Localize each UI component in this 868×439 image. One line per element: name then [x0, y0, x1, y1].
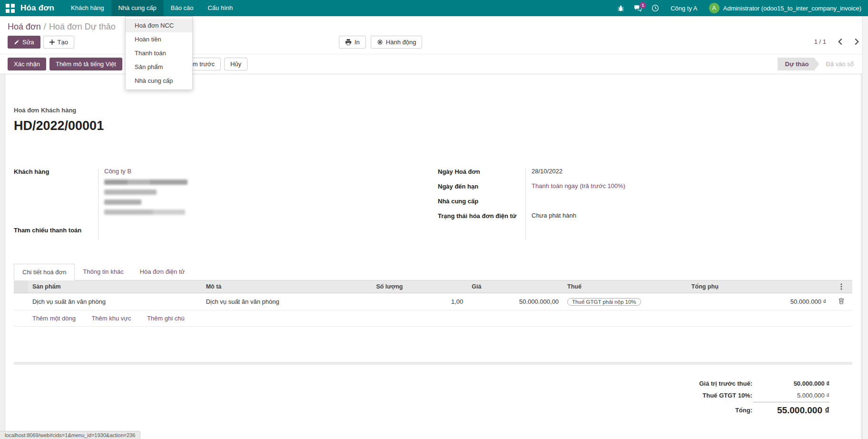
- dropdown-item-nha-cung-cap[interactable]: Nhà cung cấp: [126, 74, 192, 88]
- menu-bao-cao[interactable]: Báo cáo: [164, 0, 201, 16]
- invoice-number: HD/2022/00001: [14, 119, 852, 133]
- pencil-icon: [14, 40, 20, 45]
- row-drag-handle[interactable]: [14, 293, 28, 310]
- tax-total-row: Thuế GTGT 10%: 5.000.000 ₫: [692, 390, 829, 401]
- debug-bug-icon[interactable]: [617, 5, 624, 12]
- field-customer: Khách hàng Công ty B: [14, 168, 433, 219]
- handle-column-header: [14, 280, 28, 293]
- add-note-link[interactable]: Thêm ghi chú: [147, 315, 185, 322]
- message-count-badge: 1: [640, 2, 646, 9]
- grand-total-value: 55.000.000 ₫: [753, 402, 829, 418]
- top-navbar: Hóa đơn Khách hàng Nhà cung cấp Báo cáo …: [0, 0, 868, 16]
- activities-clock-icon[interactable]: [651, 4, 659, 12]
- edit-button[interactable]: Sửa: [8, 36, 40, 49]
- print-button[interactable]: In: [339, 36, 366, 49]
- menu-cau-hinh[interactable]: Cấu hình: [200, 0, 240, 16]
- dropdown-item-thanh-toan[interactable]: Thanh toán: [126, 46, 192, 60]
- menu-nha-cung-cap[interactable]: Nhà cung cấp: [111, 0, 164, 16]
- cell-price: 50.000.000,00: [467, 293, 563, 310]
- untaxed-total-row: Giá trị trước thuế: 50.000.000 ₫: [692, 378, 829, 389]
- app-brand-title[interactable]: Hóa đơn: [20, 3, 54, 13]
- pager-next-icon[interactable]: [854, 38, 859, 45]
- dropdown-item-san-pham[interactable]: Sản phẩm: [126, 60, 192, 74]
- payment-reference-value[interactable]: [98, 226, 433, 234]
- apps-grid-icon[interactable]: [6, 4, 15, 13]
- notebook-tabs: Chi tiết hoá đơn Thông tin khác Hóa đơn …: [14, 264, 852, 280]
- col-subtotal: Tổng phụ: [687, 280, 830, 293]
- field-vendor: Nhà cung cấp: [438, 197, 852, 205]
- statusbar-states: Dự thảo Đã vào sổ: [778, 58, 860, 70]
- systray: 1 Công ty A A Administrator (odoo15_to_i…: [617, 3, 861, 13]
- invoice-sheet: Hoá đơn Khách hàng HD/2022/00001 Khách h…: [5, 74, 861, 439]
- create-button[interactable]: Tạo: [43, 36, 74, 49]
- table-header-row: Sản phẩm Mô tả Số lượng Giá Thuế Tổng ph…: [14, 280, 852, 293]
- gear-icon: [377, 39, 383, 45]
- pager-value[interactable]: 1 / 1: [814, 38, 826, 45]
- printer-icon: [345, 39, 352, 45]
- cell-product: Dịch vụ suất ăn văn phòng: [28, 293, 202, 310]
- cell-description: Dịch vụ suất ăn văn phòng: [202, 293, 372, 310]
- cancel-button[interactable]: Hủy: [224, 58, 247, 70]
- grand-total-row: Tổng: 55.000.000 ₫: [692, 402, 829, 418]
- field-invoice-date: Ngày Hoá đơn 28/10/2022: [438, 168, 852, 175]
- totals-table: Giá trị trước thuế: 50.000.000 ₫ Thuế GT…: [691, 377, 830, 419]
- dropdown-item-hoan-tien[interactable]: Hoàn tiền: [126, 32, 192, 46]
- add-line-link[interactable]: Thêm một dòng: [32, 315, 76, 322]
- cell-quantity: 1,00: [372, 293, 467, 310]
- add-vi-description-button[interactable]: Thêm mô tả tiếng Việt: [49, 58, 122, 70]
- table-footer-links-row: Thêm một dòng Thêm khu vực Thêm ghi chú: [14, 310, 852, 327]
- vertical-scrollbar[interactable]: [862, 16, 868, 439]
- field-einvoice-status: Trạng thái hóa đơn điện tử Chưa phát hàn…: [438, 212, 852, 220]
- breadcrumb-current: Hoá đơn Dự thảo: [49, 22, 116, 31]
- tab-invoice-lines[interactable]: Chi tiết hoá đơn: [14, 264, 75, 280]
- col-description: Mô tả: [202, 280, 372, 293]
- invoice-date-value: 28/10/2022: [525, 168, 852, 175]
- tab-einvoice[interactable]: Hóa đơn điện tử: [132, 264, 193, 280]
- invoice-lines-table: Sản phẩm Mô tả Số lượng Giá Thuế Tổng ph…: [14, 280, 852, 327]
- field-due-date: Ngày đến hạn Thanh toán ngay (trả trước …: [438, 182, 852, 190]
- vendor-value[interactable]: [525, 197, 852, 205]
- action-button[interactable]: Hành động: [371, 36, 423, 49]
- customer-address-redacted: [104, 180, 433, 215]
- tax-total-value: 5.000.000 ₫: [753, 390, 829, 401]
- optional-columns-icon[interactable]: [830, 280, 852, 293]
- vendor-menu-dropdown: Hoá đơn NCC Hoàn tiền Thanh toán Sản phẩ…: [125, 16, 193, 90]
- state-draft[interactable]: Dự thảo: [778, 58, 819, 70]
- state-posted[interactable]: Đã vào sổ: [819, 58, 860, 70]
- col-product: Sản phẩm: [28, 280, 202, 293]
- customer-link[interactable]: Công ty B: [104, 168, 131, 175]
- payment-term-link[interactable]: Thanh toán ngay (trả trước 100%): [525, 182, 852, 190]
- untaxed-total-value: 50.000.000 ₫: [753, 378, 829, 389]
- payment-reference-label: Tham chiếu thanh toán: [14, 226, 98, 234]
- browser-status-tooltip: localhost:8069/web#cids=1&menu_id=1930&a…: [0, 431, 140, 439]
- col-tax: Thuế: [563, 280, 687, 293]
- dropdown-item-hoa-don-ncc[interactable]: Hoá đơn NCC: [126, 19, 192, 32]
- notes-section-divider: [14, 362, 852, 365]
- einvoice-status-value: Chưa phát hành: [525, 212, 852, 220]
- tab-other-info[interactable]: Thông tin khác: [75, 264, 131, 280]
- company-switcher[interactable]: Công ty A: [671, 5, 697, 12]
- table-row: Dịch vụ suất ăn văn phòng Dịch vụ suất ă…: [14, 293, 852, 310]
- form-view-container: Hoá đơn Khách hàng HD/2022/00001 Khách h…: [0, 74, 868, 439]
- breadcrumb-separator: /: [41, 22, 49, 31]
- user-menu[interactable]: A Administrator (odoo15_to_inter_company…: [709, 3, 862, 13]
- user-name-label: Administrator (odoo15_to_inter_company_i…: [723, 5, 862, 12]
- add-section-link[interactable]: Thêm khu vực: [91, 315, 131, 322]
- menu-khach-hang[interactable]: Khách hàng: [64, 0, 111, 16]
- confirm-button[interactable]: Xác nhận: [8, 58, 46, 70]
- tax-tag: Thuế GTGT phải nộp 10%: [567, 298, 641, 306]
- invoice-type-label: Hoá đơn Khách hàng: [14, 107, 852, 114]
- trash-icon[interactable]: [838, 298, 844, 304]
- cell-tax: Thuế GTGT phải nộp 10%: [563, 293, 687, 310]
- col-price: Giá: [467, 280, 563, 293]
- breadcrumb-parent-link[interactable]: Hoá đơn: [8, 22, 41, 31]
- delete-row-cell: [830, 293, 852, 310]
- pager-previous-icon[interactable]: [838, 38, 843, 45]
- avatar: A: [709, 3, 720, 13]
- plus-icon: [49, 40, 55, 45]
- invoice-fields-group: Khách hàng Công ty B Tham chiếu thanh to…: [14, 168, 852, 241]
- field-payment-reference: Tham chiếu thanh toán: [14, 226, 433, 234]
- customer-label: Khách hàng: [14, 168, 98, 219]
- col-quantity: Số lượng: [372, 280, 467, 293]
- messages-chat-icon[interactable]: 1: [634, 5, 642, 12]
